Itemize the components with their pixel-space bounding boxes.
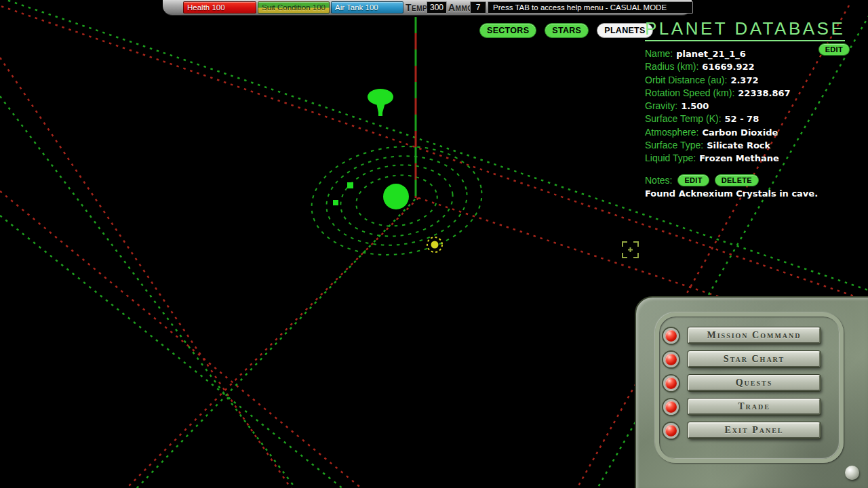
notes-text: Found Acknexium Crystals in cave. [645,188,850,199]
field-row-atmosphere: Atmosphere:Carbon Dioxide [645,126,850,139]
led-indicator-exit-panel[interactable] [663,423,679,439]
planet-database-panel: PLANET DATABASE EDIT Name:planet_21_1_6 … [645,18,850,199]
field-row-surface-type: Surface Type:Silicate Rock [645,139,850,152]
health-bar: Health 100 [183,1,256,14]
planet-marker-2[interactable] [333,200,338,205]
field-row-liquid-type: Liquid Type:Frozen Methane [645,152,850,165]
database-tabs: SECTORS STARS PLANETS [479,23,653,38]
air-tank-bar: Air Tank 100 [331,1,403,14]
menu-row-mission-command: Mission Command [663,327,821,344]
grid-line-steep-left-red [0,58,292,488]
menu-row-trade: Trade [663,399,821,415]
suit-condition-bar: Suit Condition 100 [258,1,330,14]
field-row-gravity: Gravity:1.500 [645,100,850,113]
decorative-sphere-icon [845,466,859,480]
notes-label: Notes: [645,175,672,186]
menu-row-quests: Quests [663,375,821,391]
led-indicator-mission-command[interactable] [663,328,679,344]
help-banner: Press TAB to access help menu - CASUAL M… [488,1,693,14]
field-row-orbit-distance: Orbit Distance (au):2.372 [645,74,850,87]
quests-button[interactable]: Quests [688,375,821,391]
central-star[interactable] [383,184,409,209]
temp-value: 300 [427,1,447,14]
edit-name-button[interactable]: EDIT [818,43,850,56]
grid-line-mid-left-red [0,191,363,488]
exit-panel-button[interactable]: Exit Panel [688,422,821,439]
mission-command-button[interactable]: Mission Command [688,327,821,344]
page-title: PLANET DATABASE [645,18,845,41]
hud-bar: Health 100 Suit Condition 100 Air Tank 1… [163,0,692,16]
database-fields: Name:planet_21_1_6 Radius (km):61669.922… [645,47,850,165]
menu-row-exit-panel: Exit Panel [663,422,821,439]
planet-marker-1[interactable] [347,182,353,188]
edit-notes-button[interactable]: EDIT [677,174,709,186]
field-row-radius: Radius (km):61669.922 [645,60,850,73]
grid-line-junction-left-green [136,199,415,488]
menu-row-star-chart: Star Chart [663,351,821,367]
field-row-surface-temp: Surface Temp (K):52 - 78 [645,113,850,125]
temp-label: Temp [406,0,427,15]
game-screen: { "hud": { "health_label": "Health 100",… [0,0,868,488]
command-menu-panel: Mission Command Star Chart Quests Trade … [635,296,868,488]
trade-button[interactable]: Trade [688,399,821,415]
tab-sectors[interactable]: SECTORS [479,23,536,38]
led-indicator-trade[interactable] [663,399,679,415]
tab-stars[interactable]: STARS [545,23,589,38]
delete-notes-button[interactable]: DELETE [715,174,759,186]
station-icon[interactable] [368,89,393,116]
led-indicator-star-chart[interactable] [663,352,679,367]
star-chart-button[interactable]: Star Chart [688,351,821,367]
selected-planet-marker[interactable] [431,241,439,249]
ammo-value: 7 [470,1,486,14]
grid-line-mid-left-green [0,216,344,488]
led-indicator-quests[interactable] [663,375,679,391]
notes-row: Notes: EDIT DELETE [645,174,850,186]
field-row-rotation-speed: Rotation Speed (km):22338.867 [645,87,850,100]
targeting-reticle-icon [623,242,638,258]
